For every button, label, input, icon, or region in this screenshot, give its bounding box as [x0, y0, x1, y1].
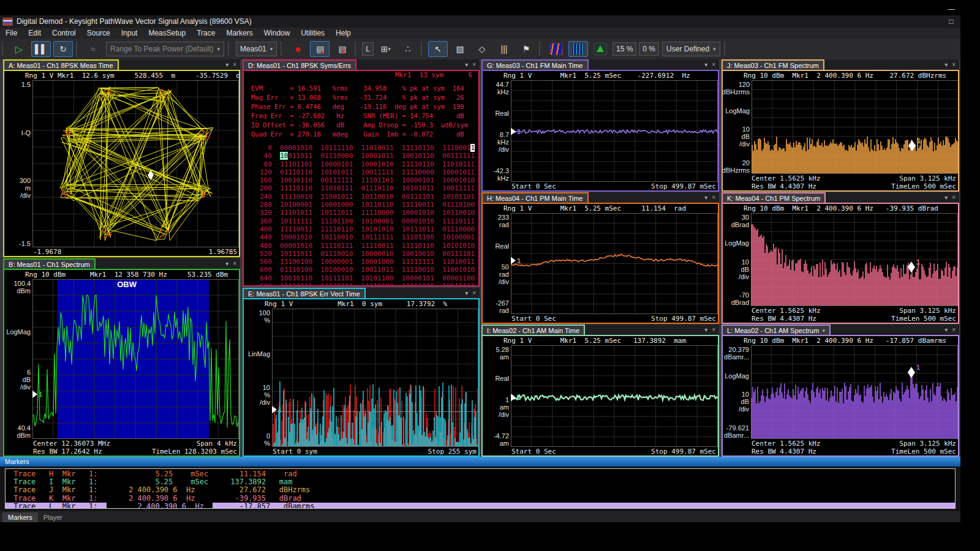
plot-area-H[interactable]: 1 [511, 213, 718, 314]
menu-utilities[interactable]: Utilities [295, 28, 330, 39]
collapse-icon[interactable]: ▾ [944, 61, 948, 68]
marker-row-trace-J[interactable]: Trace J Mkr 1: 2 400.390 6 Hz 27.672 dBH… [6, 486, 955, 494]
measurement-dropdown[interactable]: Meas01▾ [236, 42, 277, 56]
couple-markers-button[interactable]: ⚑ [516, 41, 536, 57]
y-axis-labels: 44.7kHzReal8.7kHz/div-42.3kHz [483, 80, 511, 182]
spectrogram-button[interactable] [546, 41, 566, 57]
y-axis-labels: 20.379dBamr...LogMag10dB/div-79.621dBamr… [723, 345, 751, 440]
collapse-icon[interactable]: ▾ [704, 194, 707, 201]
maximize-button[interactable]: □ [942, 15, 960, 28]
close-icon[interactable]: × [952, 194, 956, 201]
panel-E-tab[interactable]: E: Meas01 - Ch1 8PSK Err Vect Time [243, 288, 366, 298]
panel-G-tab[interactable]: G: Meas03 - Ch1 FM Main Time [481, 59, 589, 70]
marker-diamond-button[interactable]: ◇ [472, 41, 492, 57]
window-layout-dropdown[interactable]: ⊞▾ [376, 41, 396, 57]
menu-edit[interactable]: Edit [23, 28, 47, 39]
panel-H: H: Meas04 - Ch1 PM Main Time▾×Rng 1 V Mk… [481, 192, 719, 324]
panel-H-tab[interactable]: H: Meas04 - Ch1 PM Main Time [481, 192, 589, 203]
panel-K-tab[interactable]: K: Meas04 - Ch1 PM Spectrum [722, 192, 826, 203]
x-axis-left: -1.9678 [33, 248, 61, 256]
marker-row-trace-L[interactable]: Trace L Mkr 1: 2 400.390 6 Hz -17.857 dB… [6, 503, 955, 509]
menu-input[interactable]: Input [116, 28, 143, 39]
colormap-dropdown[interactable]: User Defined▾ [662, 42, 720, 56]
range-icon[interactable]: ≈ [83, 41, 103, 57]
waterfall-button[interactable] [590, 41, 610, 57]
collapse-icon[interactable]: ▾ [704, 326, 707, 333]
panel-J-body: Rng 10 dBm Mkr1 2 400.390 6 Hz 27.672 dB… [722, 70, 959, 192]
menu-control[interactable]: Control [47, 28, 81, 39]
plot-area-L[interactable]: 1 [751, 345, 958, 439]
menu-window[interactable]: Window [258, 28, 296, 39]
measurement-map-button[interactable]: ∴ [398, 41, 418, 57]
symbol-table[interactable]: 0 00001010 10111110 11010011 11110110 11… [244, 144, 478, 287]
menu-trace[interactable]: Trace [191, 28, 221, 39]
offset-cursors-button[interactable]: ||| [494, 41, 514, 57]
y-axis-div: 8.7kHz/div [497, 131, 509, 153]
chevron-down-icon: ▾ [822, 328, 825, 334]
close-icon[interactable]: × [472, 61, 476, 68]
close-icon[interactable]: × [233, 260, 236, 267]
plot-area-I[interactable]: 1 [511, 345, 718, 447]
symbol-row: 520 10111011 01110010 10000010 10010010 … [260, 250, 478, 258]
menu-meassetup[interactable]: MeasSetup [143, 28, 191, 39]
bottom-tab-player[interactable]: Player [38, 512, 68, 522]
y-axis-top: 44.7kHz [496, 81, 509, 96]
menu-file[interactable]: File [0, 28, 23, 39]
error-summary-table: EVM = 16.591 %rms 34.958 % pk at sym 164… [244, 84, 478, 139]
collapse-icon[interactable]: ▾ [944, 326, 948, 333]
range-dropdown[interactable]: Range To Peak Power (Default)▾ [106, 42, 224, 56]
collapse-icon[interactable]: ▾ [704, 61, 707, 68]
panel-B: B: Meas01 - Ch1 Spectrum▾×Rng 10 dBm Mkr… [3, 258, 240, 457]
menu-source[interactable]: Source [81, 28, 116, 39]
input-data-button[interactable]: ▤ [310, 41, 330, 57]
plot-area-J[interactable]: 1 [752, 80, 959, 174]
marker-row-trace-K[interactable]: Trace K Mkr 1: 2 400.390 6 Hz -39.935 dB… [6, 495, 955, 503]
close-icon[interactable]: × [952, 326, 956, 333]
panel-A-tab[interactable]: A: Meas01 - Ch1 8PSK Meas Time [3, 59, 119, 70]
collapse-icon[interactable]: ▾ [225, 61, 228, 68]
plot-area-B[interactable]: 1OBW [32, 279, 239, 439]
plot-area-K[interactable]: 1 [751, 213, 958, 306]
collapse-icon[interactable]: ▾ [944, 194, 948, 201]
panel-L-tab[interactable]: L: Meas02 - Ch1 AM Spectrum▾ [722, 324, 831, 335]
x-axis-left: Start 0 Sec [511, 448, 556, 455]
error-summary-row: Freq Err = -27.602 Hz SNR (MER) = 14.754… [251, 111, 478, 121]
collapse-icon[interactable]: ▾ [225, 260, 228, 267]
panel-D-body: Mkr1 13 sym6EVM = 16.591 %rms 34.958 % p… [243, 70, 480, 287]
collapse-icon[interactable]: ▾ [465, 290, 468, 296]
close-icon[interactable]: × [712, 326, 715, 333]
record-button[interactable]: ● [288, 41, 307, 57]
zoom-select-button[interactable]: ▧ [450, 41, 470, 57]
markers-panel-title: Markers [0, 457, 960, 467]
y-axis-top: 1.5 [21, 81, 31, 88]
link-layout-button[interactable]: L [362, 42, 374, 56]
bottom-tab-markers[interactable]: Markers [2, 512, 38, 522]
persistence-percent-box[interactable]: 15 % [612, 42, 636, 56]
restart-button[interactable]: ↻ [53, 41, 73, 57]
close-icon[interactable]: × [233, 61, 236, 68]
menu-markers[interactable]: Markers [221, 28, 258, 39]
menu-help[interactable]: Help [330, 28, 356, 39]
plot-area-G[interactable]: 1 [511, 80, 718, 182]
close-icon[interactable]: × [712, 194, 715, 201]
panel-L-title: L: Meas02 - Ch1 AM Spectrum [727, 327, 819, 334]
spectrum-button[interactable] [568, 41, 588, 57]
close-icon[interactable]: × [952, 61, 956, 68]
collapse-icon[interactable]: ▾ [465, 61, 468, 68]
y-axis-bottom: -4.72am [494, 432, 509, 447]
panel-I-tab[interactable]: I: Meas02 - Ch1 AM Main Time [481, 324, 585, 335]
close-icon[interactable]: × [712, 61, 715, 68]
panel-B-tab[interactable]: B: Meas01 - Ch1 Spectrum [3, 258, 96, 269]
panel-D-tab[interactable]: D: Meas01 - Ch1 8PSK Syms/Errs [243, 59, 356, 70]
toolbar-separator [724, 42, 728, 56]
select-cursor-button[interactable]: ↖ [428, 41, 448, 57]
pause-button[interactable]: ▌▌ [31, 41, 51, 57]
panel-J-tab[interactable]: J: Meas03 - Ch1 FM Spectrum [722, 59, 824, 70]
threshold-percent-box[interactable]: 0 % [639, 42, 659, 56]
play-button[interactable]: ▷ [9, 41, 29, 57]
plot-area-A[interactable]: 2Δ1 [32, 80, 239, 247]
minimize-button[interactable]: — [942, 3, 960, 15]
close-icon[interactable]: × [472, 290, 476, 296]
plot-area-E[interactable]: 1 [272, 309, 478, 447]
discard-data-button[interactable]: ▤ [332, 41, 352, 57]
